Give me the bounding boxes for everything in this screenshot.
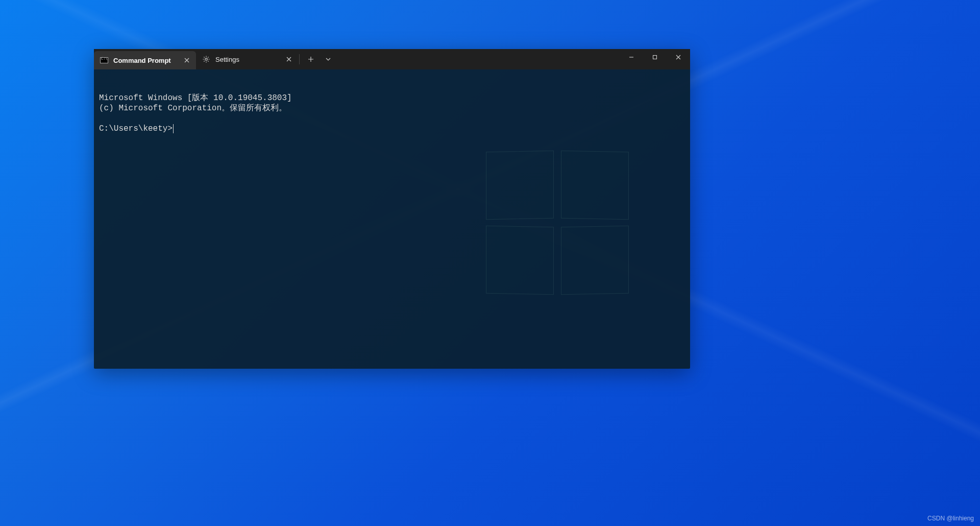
terminal-body[interactable]: Microsoft Windows [版本 10.0.19045.3803] (… [94,69,690,369]
maximize-icon [652,55,657,60]
close-icon [676,55,681,60]
settings-icon [202,55,210,63]
window-controls [620,49,690,69]
chevron-down-icon [326,57,331,62]
close-window-button[interactable] [667,49,690,65]
minimize-icon [629,55,634,60]
terminal-window: Command Prompt Settings [94,49,690,369]
minimize-button[interactable] [620,49,643,65]
titlebar-drag-region[interactable] [336,49,620,69]
csdn-watermark: CSDN @linhieng [927,515,974,522]
close-tab-button[interactable] [182,55,192,65]
svg-point-0 [205,58,207,60]
plus-icon [308,56,314,62]
cmd-icon [100,56,108,64]
maximize-button[interactable] [643,49,667,65]
tab-settings[interactable]: Settings [196,49,298,69]
tab-dropdown-button[interactable] [320,51,336,67]
terminal-output-line: Microsoft Windows [版本 10.0.19045.3803] [99,93,292,103]
tab-label: Command Prompt [113,57,177,64]
terminal-output-line: (c) Microsoft Corporation。保留所有权利。 [99,104,287,113]
new-tab-button[interactable] [303,51,319,67]
tab-actions [301,49,336,69]
terminal-prompt: C:\Users\keety> [99,124,173,133]
window-titlebar[interactable]: Command Prompt Settings [94,49,690,69]
tab-command-prompt[interactable]: Command Prompt [94,51,196,69]
tab-separator [299,54,300,64]
close-icon [286,57,291,62]
terminal-cursor [173,124,174,133]
close-tab-button[interactable] [284,54,294,64]
tab-strip: Command Prompt Settings [94,49,336,69]
windows-logo-watermark [486,151,629,294]
svg-rect-1 [653,56,657,59]
tab-label: Settings [215,56,279,63]
close-icon [184,58,189,63]
